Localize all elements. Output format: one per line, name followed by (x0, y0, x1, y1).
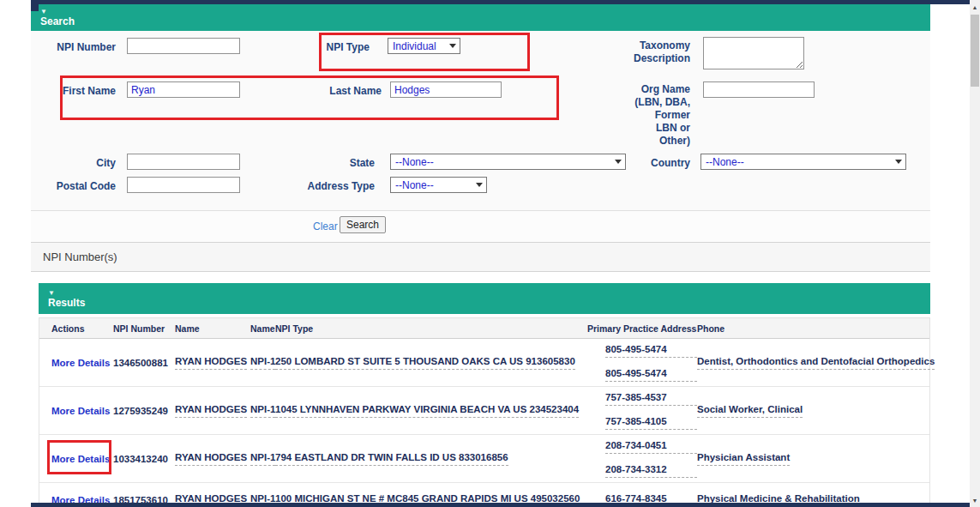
npi-number-input[interactable] (127, 38, 240, 54)
address-type-selected-value: --None-- (395, 179, 434, 191)
collapse-arrow-icon[interactable]: ▼ (40, 8, 930, 15)
country-select[interactable]: --None-- (700, 154, 906, 170)
bottom-border (31, 503, 970, 507)
state-selected-value: --None-- (395, 156, 434, 168)
address-type-select[interactable]: --None-- (390, 177, 487, 193)
column-header-actions: Actions (51, 323, 113, 334)
results-section-header[interactable]: ▼ Results (39, 283, 930, 314)
npi-number-value: 1033413240 (113, 454, 168, 464)
dropdown-arrow-icon (615, 160, 622, 164)
content-frame: ▼ Search NPI Number NPI Type Individual … (31, 0, 970, 507)
search-button[interactable]: Search (340, 216, 386, 233)
taxonomy: Physician Assistant (697, 452, 790, 466)
phone-cell: 757-385-4537 757-385-4105 (587, 392, 697, 430)
dropdown-arrow-icon (476, 183, 483, 187)
clear-link[interactable]: Clear (313, 220, 338, 232)
result-row: More Details 1346500881 RYAN HODGES NPI-… (39, 339, 929, 387)
city-label: City (31, 157, 116, 170)
vertical-scrollbar[interactable]: ▲ ▼ (970, 0, 980, 507)
taxonomy-description-label: Taxonomy Description (634, 39, 690, 65)
provider-name: RYAN HODGES (175, 452, 247, 466)
state-label: State (297, 157, 375, 170)
result-row: More Details 1033413240 RYAN HODGES NPI-… (39, 435, 929, 483)
org-name-input[interactable] (703, 81, 815, 98)
npi-number-value: 1346500881 (113, 358, 168, 368)
phone-number: 208-734-0451 (605, 440, 697, 454)
phone-number: 757-385-4105 (605, 416, 697, 430)
postal-code-label: Postal Code (31, 180, 116, 193)
org-name-label: Org Name (LBN, DBA, Former LBN or Other) (634, 83, 690, 148)
highlight-annotation-more-details (47, 440, 111, 474)
npi-type-value: NPI-1 (250, 452, 275, 466)
country-label: Country (634, 157, 690, 170)
practice-address: 250 LOMBARD ST SUITE 5 THOUSAND OAKS CA … (275, 356, 575, 370)
phone-number: 805-495-5474 (605, 368, 697, 382)
practice-address: 1045 LYNNHAVEN PARKWAY VIRGINIA BEACH VA… (275, 404, 579, 418)
npi-type-value: NPI-1 (250, 404, 275, 418)
npi-number-value: 1275935249 (113, 406, 168, 416)
form-actions-row: Clear Search (31, 211, 930, 243)
more-details-link[interactable]: More Details (51, 358, 110, 368)
city-input[interactable] (127, 154, 240, 170)
practice-address: 794 EASTLAND DR TWIN FALLS ID US 8330168… (275, 452, 508, 466)
phone-cell: 208-734-0451 208-734-3312 (587, 440, 697, 478)
npi-number-label: NPI Number (31, 41, 116, 54)
search-section-title: Search (40, 16, 930, 27)
npi-type-value: NPI-1 (250, 356, 275, 370)
state-select[interactable]: --None-- (390, 154, 626, 170)
dropdown-arrow-icon (895, 160, 902, 164)
scroll-up-button[interactable]: ▲ (970, 0, 980, 14)
provider-name: RYAN HODGES (175, 356, 247, 370)
taxonomy-description-textarea[interactable] (703, 37, 804, 69)
result-row: More Details 1275935249 RYAN HODGES NPI-… (39, 387, 929, 435)
search-section-header[interactable]: ▼ Search (31, 4, 930, 31)
column-header-primary-practice-address: Primary Practice Address (587, 323, 697, 334)
results-section-title: Results (48, 298, 930, 309)
results-table: Actions NPI Number Name Name NPI Type Pr… (39, 317, 930, 507)
collapse-arrow-icon[interactable]: ▼ (48, 289, 930, 297)
scrollbar-thumb[interactable] (971, 15, 979, 87)
column-header-npi-type: NPI Type (275, 323, 587, 334)
results-table-header: Actions NPI Number Name Name NPI Type Pr… (39, 318, 929, 339)
scroll-down-button[interactable]: ▼ (970, 493, 980, 507)
phone-number: 757-385-4537 (605, 392, 697, 406)
top-left-notch (31, 0, 39, 11)
column-header-npi-number: NPI Number (113, 323, 175, 334)
country-selected-value: --None-- (706, 156, 744, 168)
phone-cell: 805-495-5474 805-495-5474 (587, 344, 697, 382)
postal-code-input[interactable] (127, 177, 240, 193)
address-type-label: Address Type (297, 180, 375, 193)
highlight-annotation-name-fields (60, 75, 559, 120)
npi-numbers-band: NPI Number(s) (31, 243, 930, 272)
taxonomy: Dentist, Orthodontics and Dentofacial Or… (697, 356, 935, 370)
npi-numbers-label: NPI Number(s) (43, 250, 117, 263)
column-header-name-2: Name (250, 323, 275, 334)
phone-number: 805-495-5474 (605, 344, 697, 358)
phone-number: 208-734-3312 (605, 464, 697, 478)
more-details-link[interactable]: More Details (51, 406, 110, 416)
provider-name: RYAN HODGES (175, 404, 247, 418)
column-header-name: Name (175, 323, 250, 334)
highlight-annotation-npi-type (319, 33, 530, 71)
results-section: ▼ Results Actions NPI Number Name Name N… (39, 283, 930, 507)
column-header-phone: Phone (697, 323, 929, 334)
taxonomy: Social Worker, Clinical (697, 404, 803, 418)
